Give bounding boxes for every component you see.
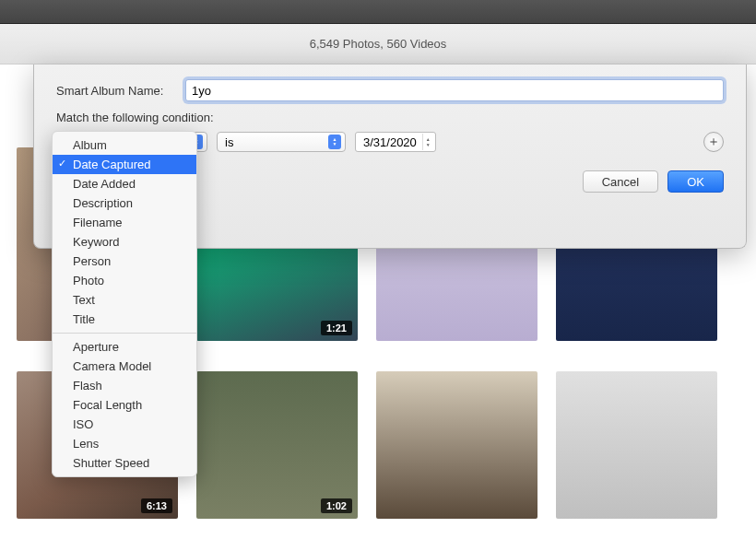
video-duration: 6:13 [141, 498, 172, 513]
dropdown-item[interactable]: Photo [53, 271, 196, 290]
dropdown-item[interactable]: Title [53, 310, 196, 329]
dropdown-item[interactable]: Filename [53, 213, 196, 232]
dropdown-item[interactable]: Focal Length [53, 395, 196, 415]
dropdown-item[interactable]: Lens [53, 434, 196, 453]
photo-thumb[interactable] [556, 371, 717, 519]
condition-date-value: 3/31/2020 [363, 135, 417, 149]
dropdown-item[interactable]: Date Added [53, 174, 196, 193]
dropdown-item[interactable]: Shutter Speed [53, 453, 196, 473]
dropdown-item[interactable]: Flash [53, 376, 196, 395]
video-duration: 1:02 [321, 498, 352, 513]
photo-thumb[interactable]: 1:02 [196, 371, 358, 519]
dropdown-item[interactable]: Album [53, 135, 196, 155]
video-duration: 1:21 [321, 321, 352, 335]
library-counts: 6,549 Photos, 560 Videos [0, 24, 756, 64]
dropdown-item[interactable]: Aperture [53, 337, 196, 357]
dropdown-item[interactable]: Camera Model [53, 357, 196, 376]
condition-operator-value: is [225, 135, 233, 149]
ok-button[interactable]: OK [667, 170, 724, 193]
select-stepper-icon [328, 135, 341, 149]
album-name-label: Smart Album Name: [56, 84, 176, 98]
dropdown-item[interactable]: Text [53, 290, 196, 310]
dropdown-item[interactable]: Date Captured [53, 155, 196, 174]
condition-date-input[interactable]: 3/31/2020 [355, 132, 436, 152]
cancel-button[interactable]: Cancel [583, 170, 658, 193]
album-name-input[interactable] [185, 79, 724, 101]
dropdown-item[interactable]: Person [53, 252, 196, 271]
date-stepper-icon[interactable] [422, 134, 433, 150]
condition-field-dropdown[interactable]: AlbumDate CapturedDate AddedDescriptionF… [52, 131, 197, 477]
dropdown-separator [53, 333, 196, 334]
photo-thumb[interactable] [376, 371, 537, 519]
dropdown-item[interactable]: Description [53, 193, 196, 213]
add-condition-button[interactable]: ＋ [703, 132, 724, 152]
dropdown-item[interactable]: Keyword [53, 232, 196, 252]
condition-intro-label: Match the following condition: [56, 111, 724, 124]
window-titlebar [0, 0, 756, 24]
condition-operator-select[interactable]: is [217, 132, 346, 152]
dropdown-item[interactable]: ISO [53, 415, 196, 434]
counts-text: 6,549 Photos, 560 Videos [310, 37, 447, 51]
